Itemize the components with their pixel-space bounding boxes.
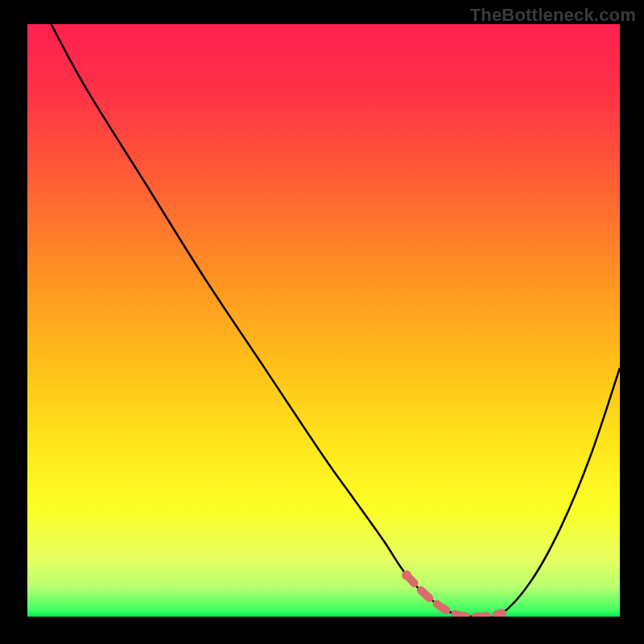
gradient-background [27, 24, 620, 617]
chart-svg [0, 0, 644, 644]
watermark-label: TheBottleneck.com [470, 5, 636, 26]
bottleneck-chart: TheBottleneck.com [0, 0, 644, 644]
marker-dot [497, 609, 506, 618]
marker-dot [402, 570, 411, 580]
